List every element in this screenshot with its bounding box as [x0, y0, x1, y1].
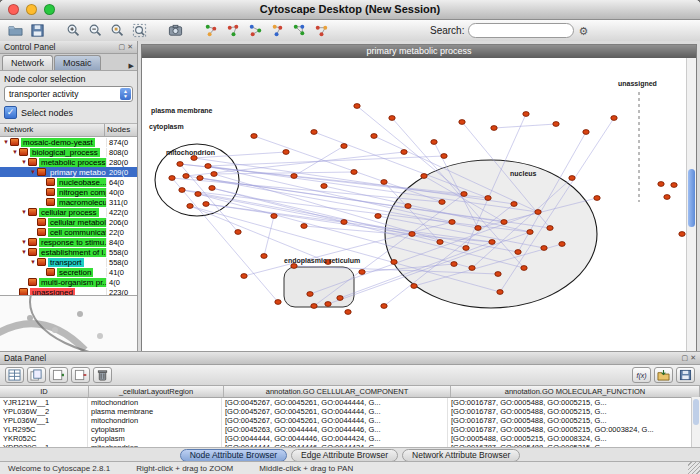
- network-node[interactable]: [671, 183, 677, 188]
- tree-row[interactable]: ▼ primary metabo... 209(0: [0, 167, 137, 177]
- search-options-icon[interactable]: ⚙: [578, 25, 588, 37]
- network-node[interactable]: [307, 292, 313, 297]
- tree-row[interactable]: cell communicati... 22(0: [0, 227, 137, 237]
- table-cell[interactable]: YPL036W__1: [0, 416, 88, 425]
- tree-row[interactable]: macromolecul... 311(0: [0, 197, 137, 207]
- float-panel-icon[interactable]: ▢: [119, 43, 126, 51]
- network-node[interactable]: [351, 170, 357, 175]
- table-row[interactable]: YJR121W__1mitochondrion[GO:0045267, GO:0…: [0, 398, 700, 407]
- nodes-column-header[interactable]: Nodes: [104, 124, 137, 136]
- tree-row[interactable]: ▼ mosaic-demo-yeast 874(0: [0, 137, 137, 147]
- column-header[interactable]: _cellularLayoutRegion: [89, 386, 224, 397]
- tree-row[interactable]: nitrogen compo... 40(0: [0, 187, 137, 197]
- network-node[interactable]: [411, 284, 417, 289]
- table-cell[interactable]: [GO:0045267, GO:0045261, GO:0044444, G..…: [222, 398, 448, 407]
- network-edge[interactable]: [264, 216, 274, 256]
- network-column-header[interactable]: Network: [0, 124, 104, 136]
- expander-icon[interactable]: ▼: [20, 249, 28, 255]
- expander-icon[interactable]: ▼: [2, 139, 10, 145]
- network-node[interactable]: [291, 264, 297, 269]
- network-node[interactable]: [527, 230, 533, 235]
- network-node[interactable]: [409, 232, 415, 237]
- tree-row[interactable]: ▼ metabolic process 280(0: [0, 157, 137, 167]
- network-node[interactable]: [203, 202, 209, 207]
- control-panel-tab[interactable]: Network: [2, 55, 53, 70]
- network-node[interactable]: [283, 150, 289, 155]
- network-node[interactable]: [169, 176, 175, 181]
- network-node[interactable]: [391, 260, 397, 265]
- network-frame-title[interactable]: primary metabolic process: [142, 45, 696, 58]
- network-node[interactable]: [559, 242, 565, 247]
- network-edge[interactable]: [190, 206, 328, 262]
- network-node[interactable]: [437, 240, 443, 245]
- network-node[interactable]: [191, 156, 197, 161]
- network-node[interactable]: [235, 230, 241, 235]
- title-bar[interactable]: Cytoscape Desktop (New Session): [0, 0, 700, 20]
- table-cell[interactable]: [GO:0005488, GO:0005215, GO:0008324, G..…: [448, 434, 700, 443]
- zoom-out-icon[interactable]: [85, 22, 105, 40]
- network-node[interactable]: [381, 304, 387, 309]
- new-attribute-icon[interactable]: [49, 367, 68, 383]
- show-control-panel-icon[interactable]: [201, 22, 221, 40]
- network-canvas[interactable]: plasma membranecytoplasmmitochondrionnuc…: [142, 58, 696, 351]
- tab-overflow-icon[interactable]: ▶: [126, 62, 137, 70]
- network-node[interactable]: [679, 232, 685, 237]
- expander-icon[interactable]: ▼: [20, 159, 28, 165]
- network-node[interactable]: [515, 250, 521, 255]
- network-node[interactable]: [594, 196, 600, 201]
- network-node[interactable]: [541, 246, 547, 251]
- network-node[interactable]: [658, 182, 664, 187]
- zoom-selected-icon[interactable]: [107, 22, 127, 40]
- network-node[interactable]: [463, 246, 469, 251]
- snapshot-icon[interactable]: [165, 22, 185, 40]
- tree-row[interactable]: cellular metabol... 206(0: [0, 217, 137, 227]
- expander-icon[interactable]: ▼: [20, 239, 28, 245]
- network-node[interactable]: [345, 310, 351, 315]
- attribute-copy-icon[interactable]: [27, 367, 46, 383]
- expander-icon[interactable]: ▼: [29, 169, 37, 175]
- network-node[interactable]: [569, 176, 575, 181]
- table-cell[interactable]: cytoplasm: [88, 425, 222, 434]
- network-node[interactable]: [511, 202, 517, 207]
- network-node[interactable]: [521, 266, 527, 271]
- attribute-browser-tab[interactable]: Network Attribute Browser: [402, 449, 520, 462]
- network-node[interactable]: [311, 304, 317, 309]
- network-node[interactable]: [195, 192, 201, 197]
- table-cell[interactable]: YKR052C: [0, 434, 88, 443]
- expander-icon[interactable]: ▼: [20, 209, 28, 215]
- tree-row[interactable]: ▼ establishment of l... 558(0: [0, 247, 137, 257]
- node-color-dropdown[interactable]: transporter activity ▲▼: [4, 86, 133, 102]
- network-node[interactable]: [405, 204, 411, 209]
- close-window-icon[interactable]: [8, 4, 19, 15]
- save-session-icon[interactable]: [27, 22, 47, 40]
- network-node[interactable]: [611, 116, 617, 121]
- table-cell[interactable]: [GO:0016787, GO:0005488, GO:0005215, G..…: [448, 407, 700, 416]
- vizmapper-icon[interactable]: [245, 22, 265, 40]
- table-cell[interactable]: YPL036W__2: [0, 407, 88, 416]
- minimize-window-icon[interactable]: [26, 4, 37, 15]
- network-node[interactable]: [251, 134, 257, 139]
- control-panel-tab[interactable]: Mosaic: [54, 55, 101, 70]
- network-node[interactable]: [449, 220, 455, 225]
- network-node[interactable]: [451, 262, 457, 267]
- show-data-panel-icon[interactable]: [223, 22, 243, 40]
- table-cell[interactable]: mitochondrion: [88, 416, 222, 425]
- column-header[interactable]: annotation.GO CELLULAR_COMPONENT: [224, 386, 451, 397]
- network-node[interactable]: [553, 122, 559, 127]
- network-node[interactable]: [375, 214, 381, 219]
- layout-menu-icon[interactable]: [289, 22, 309, 40]
- tree-row[interactable]: nucleobase... 64(0: [0, 177, 137, 187]
- select-nodes-checkbox[interactable]: ✓: [4, 106, 17, 119]
- table-row[interactable]: YPL036W__1mitochondrion[GO:0045267, GO:0…: [0, 416, 700, 425]
- tree-row[interactable]: unassigned 223(0: [0, 287, 137, 295]
- network-node[interactable]: [311, 130, 317, 135]
- network-overview-thumbnail[interactable]: [0, 295, 137, 352]
- scrollbar-thumb[interactable]: [688, 169, 695, 227]
- network-node[interactable]: [301, 224, 307, 229]
- table-row[interactable]: YKR052Ccytoplasm[GO:0044444, GO:0044446,…: [0, 434, 700, 443]
- network-node[interactable]: [389, 116, 395, 121]
- network-node[interactable]: [177, 162, 183, 167]
- network-node[interactable]: [241, 274, 247, 279]
- network-edge[interactable]: [357, 106, 464, 194]
- table-cell[interactable]: [GO:0045267, GO:0045261, GO:0044444, G..…: [222, 416, 448, 425]
